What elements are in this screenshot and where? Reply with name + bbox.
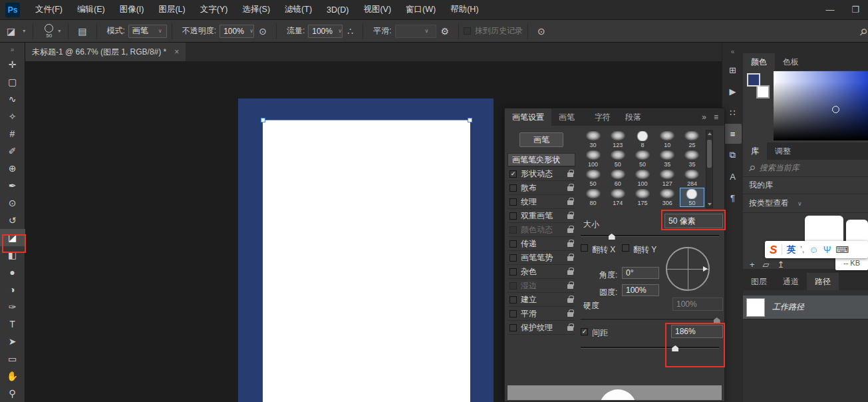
brush-option-row[interactable]: 传递	[507, 237, 575, 251]
menu-item-type[interactable]: 文字(Y)	[193, 0, 235, 20]
character-panel-icon[interactable]: A	[724, 166, 742, 186]
expand-dock-icon[interactable]: «	[731, 43, 735, 60]
panel-menu-icon[interactable]: ≡	[714, 112, 718, 122]
lock-icon[interactable]	[567, 270, 573, 275]
brushes-button[interactable]: 画笔	[519, 132, 563, 147]
ime-mode-label[interactable]: 英	[787, 244, 796, 256]
background-color-swatch[interactable]	[756, 85, 770, 99]
brush-settings-panel-icon[interactable]: ≡	[724, 124, 742, 144]
collapse-panel-icon[interactable]: »	[702, 112, 706, 122]
brush-tool[interactable]: ✒	[0, 177, 25, 194]
hand-tool[interactable]: ✋	[0, 367, 25, 385]
dodge-tool[interactable]: ◑	[0, 281, 25, 298]
my-library-row[interactable]: 我的库	[743, 177, 868, 194]
menu-item-filter[interactable]: 滤镜(T)	[277, 0, 319, 20]
collapse-toolbar-icon[interactable]: »	[11, 43, 15, 56]
keyboard-icon[interactable]: ⌨	[835, 244, 849, 255]
checkbox[interactable]	[509, 268, 517, 276]
gradient-tool[interactable]: ◧	[0, 246, 25, 264]
spacing-slider[interactable]	[581, 347, 719, 349]
color-picker-cursor[interactable]	[832, 106, 839, 113]
brush-preset[interactable]: 174	[605, 188, 630, 207]
lock-icon[interactable]	[567, 186, 573, 191]
tab-swatches[interactable]: 色板	[775, 53, 807, 71]
angle-dial[interactable]	[666, 247, 710, 291]
tab-adjustments[interactable]: 调整	[767, 142, 799, 160]
view-by-type-row[interactable]: 按类型查看 ∨	[743, 194, 868, 213]
flow-dropdown[interactable]: 100% ∨	[308, 25, 343, 38]
brush-preset-picker[interactable]: 50	[45, 24, 53, 39]
emoji-icon[interactable]: ☺	[809, 244, 818, 255]
brush-preset[interactable]: 10	[655, 130, 680, 149]
tab-color[interactable]: 颜色	[743, 53, 775, 71]
toggle-brush-settings-panel-icon[interactable]: ▤	[78, 26, 86, 37]
checkbox[interactable]	[509, 254, 517, 262]
brush-option-row[interactable]: 平滑	[507, 307, 575, 321]
brush-preset[interactable]: 284	[680, 168, 704, 188]
tool-preset-icon[interactable]: ◪	[7, 26, 15, 37]
clone-stamp-tool[interactable]: ⊙	[0, 194, 25, 212]
paragraph-panel-icon[interactable]: ¶	[724, 188, 742, 208]
eyedropper-tool[interactable]: ✐	[0, 142, 25, 160]
checkbox[interactable]: ✓	[509, 170, 517, 178]
brush-preset[interactable]: 25	[680, 130, 704, 149]
airbrush-icon[interactable]: ∴	[347, 26, 353, 37]
history-panel-icon[interactable]: ⊞	[724, 60, 742, 80]
brush-preset[interactable]: 127	[655, 168, 680, 188]
rectangle-tool[interactable]: ▭	[0, 350, 25, 367]
brush-preset[interactable]: 80	[581, 188, 605, 207]
work-path-row[interactable]: 工作路径	[743, 296, 868, 319]
checkbox[interactable]	[509, 240, 517, 248]
brush-option-row[interactable]: 保护纹理	[507, 321, 575, 335]
brush-preset[interactable]: 30	[581, 130, 605, 149]
brush-preset[interactable]: 50	[605, 149, 630, 168]
actions-panel-icon[interactable]: ▶	[724, 81, 742, 101]
brush-preset[interactable]: 50	[630, 149, 654, 168]
tab-paths[interactable]: 路径	[807, 273, 839, 290]
brush-option-row[interactable]: 散布	[507, 181, 575, 195]
menu-item-view[interactable]: 视图(V)	[356, 0, 398, 20]
brush-preset[interactable]: 100	[581, 149, 605, 168]
mode-dropdown[interactable]: 画笔 ∨	[128, 25, 167, 38]
tab-libraries[interactable]: 库	[743, 142, 767, 160]
brush-option-row[interactable]: 纹理	[507, 195, 575, 209]
rectangular-marquee-tool[interactable]: ▢	[0, 73, 25, 91]
upload-icon[interactable]: ↥	[778, 260, 785, 270]
crop-tool[interactable]: #	[0, 125, 25, 142]
checkbox[interactable]	[509, 184, 517, 192]
sogou-logo[interactable]: S	[770, 244, 777, 256]
document-white-area[interactable]	[263, 120, 470, 402]
brush-preset[interactable]: 306	[655, 188, 680, 207]
minimize-button[interactable]: —	[817, 5, 843, 15]
path-selection-tool[interactable]: ➤	[0, 333, 25, 350]
size-field[interactable]: 50 像素	[664, 214, 723, 228]
checkbox[interactable]	[509, 310, 517, 317]
brush-option-row[interactable]: 杂色	[507, 265, 575, 279]
tab-layers[interactable]: 图层	[743, 273, 775, 290]
menu-item-layer[interactable]: 图层(L)	[151, 0, 192, 20]
menu-item-select[interactable]: 选择(S)	[235, 0, 277, 20]
angle-field[interactable]: 0°	[622, 267, 659, 279]
pen-tool[interactable]: ✑	[0, 298, 25, 315]
menu-item-help[interactable]: 帮助(H)	[443, 0, 486, 20]
opacity-pressure-icon[interactable]: ⊙	[259, 26, 267, 37]
brush-preset-selected[interactable]: 50	[680, 188, 704, 207]
menu-item-edit[interactable]: 编辑(E)	[70, 0, 112, 20]
library-search[interactable]: ⚲ 搜索当前库	[743, 160, 868, 177]
lock-icon[interactable]	[567, 298, 573, 303]
brush-preset[interactable]: 123	[605, 130, 630, 149]
tab-brushes[interactable]: 画笔	[551, 108, 582, 126]
brush-preset[interactable]: 35	[680, 149, 704, 168]
brush-preset-caret-icon[interactable]: ▾	[58, 28, 61, 34]
add-library-item-icon[interactable]: +	[750, 260, 755, 270]
lock-icon[interactable]	[567, 312, 573, 317]
lock-icon[interactable]	[567, 326, 573, 331]
document-tab[interactable]: 未标题-1 @ 66.7% (图层 1, RGB/8#) * ×	[25, 43, 186, 61]
checkbox[interactable]	[509, 324, 517, 331]
tab-paragraph[interactable]: 段落	[618, 108, 649, 126]
clone-source-panel-icon[interactable]: ⧉	[724, 145, 742, 165]
brushes-panel-icon[interactable]: ∷	[724, 102, 742, 122]
brush-preset[interactable]: 60	[605, 168, 630, 188]
tool-preset-caret-icon[interactable]: ▾	[23, 28, 25, 34]
brush-preset[interactable]: 35	[655, 149, 680, 168]
